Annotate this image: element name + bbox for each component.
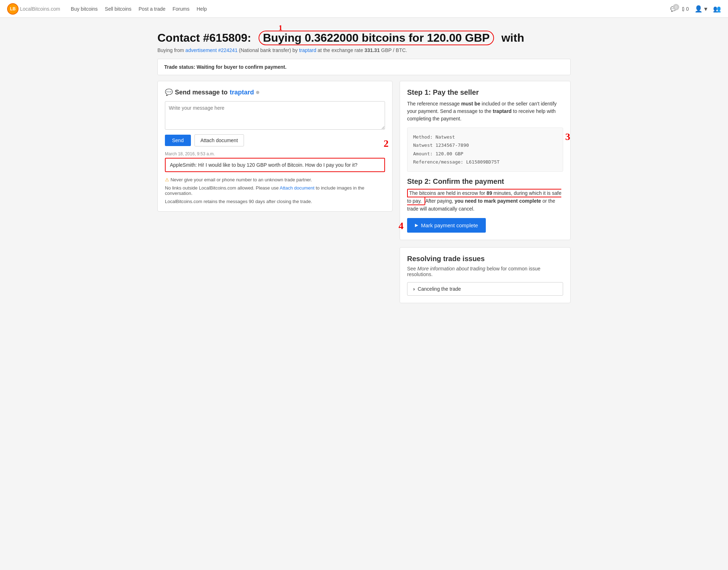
nav-sell-bitcoins[interactable]: Sell bitcoins: [105, 6, 131, 12]
message-card: 💬 Send message to traptard Send Attach d…: [157, 81, 392, 212]
message-header: 💬 Send message to traptard: [165, 88, 385, 96]
page-title: Contact #615809: Buying 0.3622000 bitcoi…: [157, 31, 571, 45]
navbar: LB LocalBitcoins.com Buy bitcoins Sell b…: [0, 0, 728, 18]
brand-name: LocalBitcoins: [20, 6, 50, 12]
page-title-section: 1 Contact #615809: Buying 0.3622000 bitc…: [157, 25, 571, 53]
ref-row: Reference/message: L615809BD75T: [413, 158, 557, 166]
trade-status-label: Trade status:: [164, 64, 195, 70]
logo-icon: LB: [7, 3, 19, 15]
step1-title: Step 1: Pay the seller: [407, 88, 563, 97]
contact-number: Contact #615809:: [157, 31, 251, 45]
message-username[interactable]: traptard: [230, 89, 254, 96]
play-icon: ▶: [415, 223, 418, 228]
warning-2: No links outside LocalBitcoins.com allow…: [165, 185, 385, 196]
btn-row: Send Attach document: [165, 134, 385, 146]
mark-payment-label: Mark payment complete: [421, 222, 478, 228]
main-content: 1 Contact #615809: Buying 0.3622000 bitc…: [150, 18, 578, 317]
annotation-2: 2: [384, 138, 389, 149]
brand-suffix: .com: [50, 6, 60, 12]
btc-balance: ₿ 0: [682, 6, 689, 12]
resolve-title: Resolving trade issues: [407, 255, 563, 263]
annotation-3: 3: [565, 131, 570, 142]
step1-desc: The reference message must be included o…: [407, 100, 563, 123]
escrow-minutes: 89: [487, 190, 492, 196]
send-button[interactable]: Send: [165, 135, 191, 146]
two-col-layout: 💬 Send message to traptard Send Attach d…: [157, 81, 571, 310]
nav-post-trade[interactable]: Post a trade: [139, 6, 166, 12]
account-row: Natwest 1234567-7890: [413, 141, 557, 149]
user-menu[interactable]: 👤 ▾: [695, 5, 707, 13]
warning-3: LocalBitcoins.com retains the messages 9…: [165, 199, 385, 204]
step2-title: Step 2: Confirm the payment: [407, 177, 563, 186]
warning-icon: ⚠: [165, 177, 169, 182]
chat-message-box: AppleSmith: Hi! I would like to buy 120 …: [165, 158, 385, 172]
annotation-4: 4: [399, 220, 404, 232]
trade-status-value: Waiting for buyer to confirm payment.: [197, 64, 286, 70]
chat-message-text: AppleSmith: Hi! I would like to buy 120 …: [170, 162, 358, 168]
users-icon[interactable]: 👥: [713, 5, 721, 13]
exchange-rate: 331.31: [364, 47, 380, 53]
cancel-link-label: Canceling the trade: [418, 286, 461, 292]
attach-document-button[interactable]: Attach document: [194, 134, 244, 146]
step2-text: The bitcoins are held in escrow for 89 m…: [407, 189, 563, 213]
messages-icon-wrap[interactable]: 💬 0: [670, 6, 676, 12]
annotation-1: 1: [279, 23, 282, 32]
chat-bubble-icon: 💬: [165, 88, 173, 96]
method-row: Method: Natwest: [413, 133, 557, 141]
send-message-label: Send message to: [175, 89, 228, 96]
nav-forums[interactable]: Forums: [173, 6, 189, 12]
cancel-trade-link[interactable]: › Canceling the trade: [407, 282, 563, 296]
left-column: 💬 Send message to traptard Send Attach d…: [157, 81, 392, 310]
right-column: Step 1: Pay the seller The reference mes…: [400, 81, 571, 310]
warning-1: ⚠ Never give your email or phone number …: [165, 177, 385, 182]
trade-status-box: Trade status: Waiting for buyer to confi…: [157, 59, 571, 75]
step1-card: Step 1: Pay the seller The reference mes…: [400, 81, 571, 240]
nav-help[interactable]: Help: [197, 6, 207, 12]
nav-right: 💬 0 ₿ 0 👤 ▾ 👥: [670, 5, 721, 13]
mark-payment-button[interactable]: ▶ Mark payment complete: [407, 218, 486, 233]
title-suffix: with: [501, 31, 524, 45]
resolve-desc: See More information about trading below…: [407, 266, 563, 277]
payment-details: Method: Natwest Natwest 1234567-7890 Amo…: [407, 128, 563, 172]
chat-timestamp: March 18, 2016, 9:53 a.m.: [165, 151, 385, 156]
amount-row: Amount: 120.00 GBP: [413, 150, 557, 158]
chevron-right-icon: ›: [413, 286, 415, 292]
attach-link[interactable]: Attach document: [280, 185, 314, 191]
user-link[interactable]: traptard: [299, 47, 316, 53]
title-highlighted: Buying 0.3622000 bitcoins for 120.00 GBP: [259, 31, 494, 45]
page-subtitle: Buying from advertisement #224241 (Natio…: [157, 47, 571, 53]
ad-link[interactable]: advertisement #224241: [186, 47, 238, 53]
online-status-dot: [256, 91, 259, 94]
brand-logo[interactable]: LB LocalBitcoins.com: [7, 3, 60, 15]
message-badge: 0: [673, 4, 679, 10]
nav-buy-bitcoins[interactable]: Buy bitcoins: [71, 6, 98, 12]
message-textarea[interactable]: [165, 101, 385, 130]
nav-links: Buy bitcoins Sell bitcoins Post a trade …: [71, 6, 670, 12]
resolve-card: Resolving trade issues See More informat…: [400, 247, 571, 303]
